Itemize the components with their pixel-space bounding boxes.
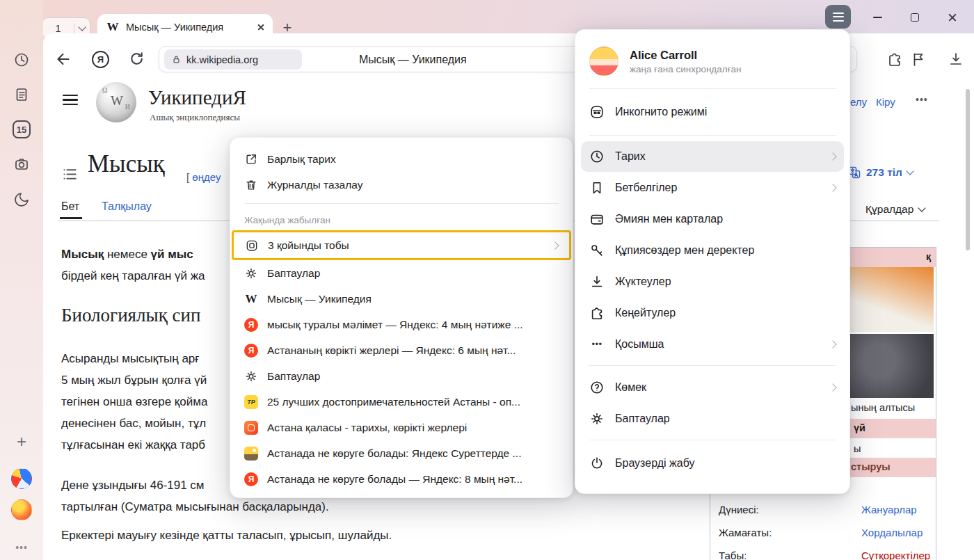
menu-item-settings[interactable]: Баптаулар xyxy=(575,403,849,434)
menu-item-more[interactable]: ••• Қосымша xyxy=(575,328,849,360)
clock-icon xyxy=(589,149,605,164)
help-icon xyxy=(589,380,605,395)
url-chip[interactable]: kk.wikipedia.org xyxy=(164,49,302,70)
signup-link-fragment[interactable]: елу xyxy=(850,96,867,108)
wiki-tagline: Ашық энциклопедиясы xyxy=(150,112,240,123)
counter-badge[interactable]: 15 xyxy=(11,119,32,140)
language-selector[interactable]: 273 тіл xyxy=(847,166,913,179)
tripadvisor-favicon: TP xyxy=(244,395,258,409)
menu-item-tab-group[interactable]: 3 қойынды тобы xyxy=(232,230,571,260)
screenshot-icon[interactable] xyxy=(11,154,32,175)
menu-item-extensions[interactable]: Кеңейтулер xyxy=(575,297,849,328)
history-entry[interactable]: Астана қаласы - тарихы, көрікті жерлері xyxy=(230,415,573,440)
paragraph-line: Еркектері мауығу кезінде қатты таласып, … xyxy=(61,529,392,543)
menu-item-all-history[interactable]: Барлық тарих xyxy=(230,146,573,172)
contents-icon[interactable] xyxy=(61,166,79,186)
trash-icon xyxy=(244,178,258,192)
history-entry-settings[interactable]: Баптаулар xyxy=(230,363,573,389)
tab-talk[interactable]: Талқылау xyxy=(102,200,152,213)
divider xyxy=(589,88,836,89)
tab-close-icon[interactable] xyxy=(257,24,264,31)
notes-icon[interactable] xyxy=(11,84,32,105)
history-icon[interactable] xyxy=(11,49,32,70)
yandex-search-icon[interactable]: Я xyxy=(92,51,109,68)
chevron-right-icon xyxy=(829,184,836,191)
menu-item-clear-history[interactable]: Журналды тазалау xyxy=(230,172,573,198)
wiki-more-icon[interactable]: ••• xyxy=(916,94,928,105)
gear-icon xyxy=(244,266,258,280)
taxonomy-row: Жамағаты: Хордалылар xyxy=(710,527,936,543)
taxonomy-value-link[interactable]: Жануарлар xyxy=(861,504,917,515)
menu-item-help[interactable]: Көмек xyxy=(575,371,849,403)
history-entry[interactable]: Я Астананың көрікті жерлері — Яндекс: 6 … xyxy=(230,337,573,363)
article-title: Мысық xyxy=(88,150,165,178)
menu-item-downloads[interactable]: Жүктеулер xyxy=(575,266,849,297)
divider xyxy=(244,203,559,204)
paragraph-line: тұлғасынан екі жаққа тарб xyxy=(61,438,205,452)
menu-item-settings[interactable]: Баптаулар xyxy=(230,260,573,286)
divider xyxy=(589,365,836,366)
browser-menu-button[interactable] xyxy=(825,5,851,29)
paragraph-line: Дене ұзындығы 46-191 см xyxy=(61,479,205,493)
bookmark-icon xyxy=(589,180,605,195)
tab-group-icon xyxy=(245,239,259,253)
menu-item-quit[interactable]: Браузерді жабу xyxy=(575,446,849,481)
collage-caption-fragment: ының алтысы xyxy=(851,402,915,413)
taxonomy-label: Дүниесі: xyxy=(719,504,759,515)
page-title-in-address-bar: Мысық — Уикипедия xyxy=(359,47,467,72)
taxonomy-value-redlink[interactable]: Сүтқоректілер xyxy=(861,550,930,560)
history-entry[interactable]: Астанада не көруге болады: Яндекс Суретт… xyxy=(230,440,573,466)
wiki-wordmark[interactable]: УикипедиЯ xyxy=(148,86,246,109)
wikipedia-logo[interactable]: WΩИ xyxy=(96,82,136,122)
promo-flag-icon[interactable] xyxy=(910,51,927,67)
menu-item-wallet[interactable]: Әмиян мен карталар xyxy=(575,203,849,234)
window-close-button[interactable] xyxy=(942,8,963,26)
taxonomy-value-link[interactable]: Хордалылар xyxy=(861,527,923,538)
images-favicon xyxy=(244,447,258,461)
power-icon xyxy=(589,456,605,471)
maximize-button[interactable] xyxy=(904,8,925,26)
menu-item-bookmarks[interactable]: Бетбелгілер xyxy=(575,172,849,203)
sidebar: 15 + ••• xyxy=(0,0,43,560)
login-link[interactable]: Кіру xyxy=(876,96,895,108)
tools-dropdown[interactable]: Құралдар xyxy=(865,203,925,216)
menu-item-passwords[interactable]: Құпиясөздер мен деректер xyxy=(575,234,849,266)
taxonomy-label: Табы: xyxy=(719,550,747,560)
sidebar-more-icon[interactable]: ••• xyxy=(11,537,32,558)
gear-icon xyxy=(244,369,258,383)
menu-item-history-selected[interactable]: Тарих xyxy=(581,141,844,172)
history-entry[interactable]: W Мысық — Уикипедия xyxy=(230,286,573,312)
browser-main-menu: Alice Carroll жаңа ғана синхрондалған Ин… xyxy=(575,29,850,494)
history-entry[interactable]: TP 25 лучших достопримечательностей Аста… xyxy=(230,389,573,415)
dark-mode-icon[interactable] xyxy=(11,189,32,210)
downloads-icon[interactable] xyxy=(948,51,964,67)
history-entry[interactable]: Я Астанада не көруге болады — Яндекс: 8 … xyxy=(230,466,573,492)
chevron-right-icon xyxy=(551,241,559,249)
wikipedia-favicon: W xyxy=(106,20,120,34)
taxonomy-row: Дүниесі: Жануарлар xyxy=(710,504,936,520)
url-text: kk.wikipedia.org xyxy=(186,54,258,65)
reload-button[interactable] xyxy=(128,50,145,67)
scrollbar-thumb[interactable] xyxy=(966,89,970,250)
paragraph-line: денесінен бас, мойын, тұл xyxy=(61,417,206,431)
edit-link[interactable]: [ өңдеу xyxy=(186,171,221,183)
wiki-menu-icon[interactable] xyxy=(63,92,78,108)
gear-icon xyxy=(589,411,605,426)
yandex-browser-logo[interactable] xyxy=(11,468,32,489)
minimize-button[interactable] xyxy=(867,8,888,26)
profile-header[interactable]: Alice Carroll жаңа ғана синхрондалған xyxy=(575,40,849,83)
paragraph-line: Мысық немесе үй мыс xyxy=(61,248,193,262)
tab-article[interactable]: Бет xyxy=(61,200,79,213)
divider xyxy=(589,440,836,440)
history-entry[interactable]: Я мысық туралы мәлімет — Яндекс: 4 мың н… xyxy=(230,312,573,337)
taxobox-band-fragment: стыруы xyxy=(851,461,891,472)
back-button[interactable] xyxy=(54,50,72,68)
dots-icon: ••• xyxy=(589,339,605,349)
sidebar-add-icon[interactable]: + xyxy=(11,431,32,452)
extensions-icon[interactable] xyxy=(886,51,903,67)
paragraph-line: Асыранды мысықтың арғ xyxy=(61,352,200,366)
section-heading: Биологиялық сип xyxy=(61,305,200,326)
app-shortcut-icon[interactable] xyxy=(11,499,32,520)
puzzle-icon xyxy=(589,305,605,321)
menu-item-incognito[interactable]: Инкогнито режимі xyxy=(575,95,849,129)
